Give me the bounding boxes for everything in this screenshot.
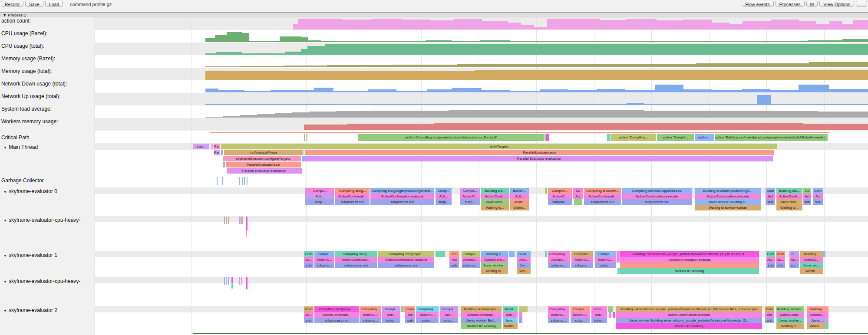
timeline-bar[interactable]: Compiling src/g...	[335, 251, 377, 257]
view-options-button[interactable]: View Options	[819, 1, 854, 7]
timeline-bar[interactable]: Co	[449, 251, 459, 257]
timeline-bar[interactable]: Comp...	[436, 188, 452, 194]
timeline-bar[interactable]: Compiling...	[548, 306, 569, 312]
timeline-bar[interactable]: buildTargets	[221, 144, 777, 149]
timeline-bar[interactable]: Compilin...	[571, 251, 593, 257]
timeline-bar[interactable]: Com	[405, 306, 415, 312]
timeline-bar[interactable]: Com...	[591, 306, 607, 312]
timeline-bar[interactable]: Co	[803, 188, 811, 194]
timeline-bar[interactable]: sub	[304, 318, 314, 323]
timeline-bar[interactable]: Worker #3 working	[616, 323, 762, 329]
timeline-bar[interactable]: subproc...	[548, 318, 569, 323]
timeline-bar[interactable]: ActionC...	[462, 257, 480, 263]
timeline-bar[interactable]: subprocess.run	[335, 199, 370, 205]
event-tick[interactable]	[246, 277, 248, 289]
timeline-bar[interactable]: Javac...	[510, 199, 529, 205]
track-label[interactable]: ▼skyframe-evaluator-cpu-heavy-	[3, 217, 80, 223]
timeline-bar[interactable]: Act	[803, 194, 811, 199]
timeline-bar[interactable]: sub	[304, 263, 314, 268]
event-tick[interactable]	[228, 277, 229, 285]
timeline-bar[interactable]: Compil...	[571, 306, 590, 312]
timeline-bar[interactable]: Acti...	[591, 312, 607, 318]
timeline-bar[interactable]: Waiting to...	[776, 323, 804, 329]
timeline-bar[interactable]: Building src/ma...	[776, 306, 804, 312]
timeline-bar[interactable]: ActionContinuati...	[461, 312, 502, 318]
timeline-bar[interactable]: sub	[776, 263, 785, 268]
timeline-bar[interactable]	[519, 306, 528, 312]
track-label[interactable]: ▼skyframe-evaluator 2	[3, 307, 57, 313]
timeline-bar[interactable]: Par	[214, 144, 220, 149]
timeline-bar[interactable]: su...	[789, 263, 799, 268]
timeline-bar[interactable]: subprocess.run	[584, 199, 621, 205]
timeline-bar[interactable]: Ac...	[304, 257, 314, 263]
timeline-bar[interactable]: runAnalysisPhase	[224, 150, 303, 155]
timeline-bar[interactable]: subproc...	[571, 263, 593, 268]
timeline-bar[interactable]: Waitin...	[510, 205, 529, 210]
timeline-bar[interactable]: subp...	[416, 318, 439, 323]
event-tick[interactable]	[242, 217, 243, 224]
timeline-bar[interactable]: Javac worker...	[481, 263, 508, 268]
timeline-bar[interactable]: subproc...	[314, 263, 334, 268]
timeline-bar[interactable]: Jav...	[517, 263, 531, 268]
timeline-bar[interactable]: sub	[813, 199, 823, 205]
event-tick[interactable]	[224, 217, 225, 224]
collapse-arrow-icon[interactable]: ▼	[3, 280, 7, 284]
timeline-bar[interactable]: subp...	[382, 318, 400, 323]
timeline-bar[interactable]: Act	[449, 257, 459, 263]
timeline-bar[interactable]: subprocess.run	[335, 263, 377, 268]
event-tick[interactable]	[247, 177, 248, 185]
timeline-bar[interactable]: ActionC...	[548, 194, 572, 199]
collapse-arrow-icon[interactable]: ▼	[3, 146, 7, 150]
timeline-bar[interactable]: ActionContinuation.execute	[695, 194, 761, 199]
collapse-arrow-icon[interactable]: ▼	[3, 254, 7, 258]
collapse-arrow-icon[interactable]: ▼	[3, 219, 7, 223]
timeline-bar[interactable]: Compi...	[382, 306, 400, 312]
timeline-chart[interactable]: action 'Compiling src/google/protobuf/de…	[0, 0, 868, 335]
event-tick[interactable]	[239, 177, 240, 185]
timeline-bar[interactable]: Building src...	[481, 188, 509, 194]
timeline-bar[interactable]	[401, 306, 403, 312]
critical-path-bar[interactable]	[607, 134, 611, 141]
timeline-bar[interactable]: sub	[766, 199, 775, 205]
timeline-bar[interactable]: Acti...	[436, 194, 452, 199]
timeline-bar[interactable]: sub	[765, 318, 774, 323]
event-tick[interactable]	[242, 177, 243, 185]
timeline-bar[interactable]	[519, 318, 522, 323]
collapse-arrow-icon[interactable]: ▼	[3, 190, 7, 194]
event-tick[interactable]	[231, 283, 233, 289]
timeline-bar[interactable]: Com	[766, 188, 775, 194]
critical-path-bar[interactable]: action 'Compiling src/google/protobuf/de…	[358, 134, 544, 141]
timeline-bar[interactable]: ActionC...	[460, 194, 480, 199]
load-button[interactable]: Load	[45, 1, 63, 7]
timeline-bar[interactable]: ActionC...	[360, 312, 381, 318]
timeline-bar[interactable]	[223, 162, 225, 168]
timeline-bar[interactable]: subprocess.run	[378, 263, 434, 268]
timeline-bar[interactable]	[509, 251, 515, 257]
timeline-bar[interactable]: Building ...	[807, 306, 828, 312]
timeline-bar[interactable]: ActionContinuation.execute	[370, 194, 434, 199]
timeline-bar[interactable]	[302, 156, 305, 161]
timeline-bar[interactable]: Compili...	[462, 251, 480, 257]
flow-events-button[interactable]: Flow events	[742, 1, 774, 7]
timeline-bar[interactable]: ActionContinuati...	[335, 194, 370, 199]
event-tick[interactable]	[241, 217, 242, 224]
track-label[interactable]: ▼skyframe-evaluator 0	[3, 188, 57, 194]
event-tick[interactable]	[222, 177, 223, 185]
timeline-bar[interactable]	[617, 268, 620, 274]
event-tick[interactable]	[224, 277, 225, 285]
track-label[interactable]: Garbage Collector	[1, 177, 43, 184]
timeline-bar[interactable]: subprocess.run	[370, 199, 434, 205]
timeline-bar[interactable]: Javac worker Building external/com_googl…	[616, 318, 762, 323]
timeline-bar[interactable]	[574, 199, 582, 205]
timeline-bar[interactable]: ParallelEvaluator.eval	[226, 162, 301, 168]
timeline-bar[interactable]: Javac wor...	[776, 199, 802, 205]
timeline-bar[interactable]: Com	[776, 251, 785, 257]
timeline-bar[interactable]	[519, 312, 522, 318]
timeline-bar[interactable]: Parallel Evaluator evaluation	[227, 168, 302, 174]
timeline-bar[interactable]: Compil...	[460, 188, 480, 194]
timeline-bar[interactable]: Javac worker...	[776, 318, 804, 323]
timeline-bar[interactable]: sub	[803, 199, 811, 205]
timeline-bar[interactable]: Compil...	[305, 188, 334, 194]
timeline-bar[interactable]: ActionC...	[800, 257, 823, 263]
collapse-arrow-icon[interactable]: ▼	[3, 309, 7, 313]
